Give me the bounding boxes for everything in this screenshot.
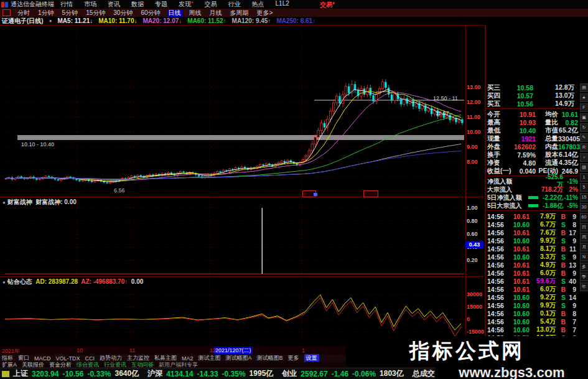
strip-period-多[interactable]: 多: [580, 263, 588, 271]
strip-period-N[interactable]: N: [580, 253, 588, 261]
refresh-icon[interactable]: ↻: [580, 123, 588, 132]
index-value: 2592.67: [301, 370, 327, 378]
collapse-dot-icon[interactable]: ●: [2, 200, 6, 205]
trade-link[interactable]: 交易*: [320, 1, 335, 9]
list-icon[interactable]: ▤: [580, 83, 588, 92]
tick-row: 14:5610.6159.6万S40: [487, 277, 579, 285]
quote-cell: 13.0万: [533, 91, 574, 100]
app-title: 通达信金融终端: [11, 0, 54, 9]
tick-row: 14:5610.605.4万B7: [487, 317, 579, 325]
quote-cell: 10.61: [507, 278, 530, 285]
strip-period-周[interactable]: 周: [580, 233, 588, 241]
menu-item-专题[interactable]: 专题: [155, 0, 167, 9]
quote-cell: 最高: [487, 118, 512, 127]
strip-period-1[interactable]: 1: [580, 173, 588, 182]
tick-row: 14:5610.616.0万B9: [487, 269, 579, 277]
menu-item-行业[interactable]: 行业: [228, 0, 241, 9]
timeframe-30分钟[interactable]: 30分钟: [112, 9, 134, 17]
plus-icon[interactable]: ＋: [580, 153, 588, 162]
rsi-icon[interactable]: R: [580, 143, 588, 152]
quote-cell: 4.80: [512, 159, 536, 167]
strip-period-年[interactable]: 年: [580, 283, 588, 291]
timeframe-更多>[interactable]: 更多>: [256, 9, 274, 17]
menu-item-L1L2[interactable]: L1L2: [276, 0, 289, 9]
quote-cell: 净流入额: [487, 177, 528, 186]
strip-period-60[interactable]: 60: [580, 213, 588, 222]
quote-cell: 59.6万: [530, 277, 556, 286]
strip-period-月[interactable]: 月: [580, 243, 588, 251]
timeframe-周线[interactable]: 周线: [188, 9, 203, 17]
collapse-dot-icon[interactable]: ●: [2, 279, 6, 285]
quote-cell: 买四: [487, 91, 507, 100]
quote-cell: 6.14亿: [558, 151, 578, 159]
flow-row: 5日净流入额-2.22亿-11%: [487, 194, 579, 202]
quote-cell: 14:56: [487, 237, 507, 245]
timeframe-60分钟[interactable]: 60分钟: [139, 9, 161, 17]
ma-label: MA250: 8.61↑: [276, 17, 315, 24]
quote-cell: 买三: [487, 83, 507, 92]
menu-item-行情[interactable]: 行情: [60, 0, 73, 9]
right-tool-strip: ▤★F▣↻✎R＋▨15153060日周月N多季年: [580, 83, 588, 332]
kline-style-icon[interactable]: [2, 9, 11, 16]
divider: [0, 197, 484, 197]
menu-item-市场[interactable]: 市场: [84, 0, 96, 9]
timeframe-月线[interactable]: 月线: [208, 9, 223, 17]
menu-item-交易[interactable]: 交易: [205, 0, 217, 9]
timeframe-分时[interactable]: 分时: [16, 9, 31, 17]
quote-cell: B: [556, 245, 566, 253]
pattern-icon[interactable]: ▨: [580, 163, 588, 172]
news-icon[interactable]: ▣: [580, 113, 588, 122]
ma-label: MA60: 11.52↑: [187, 17, 226, 24]
ma-label: MA120: 9.45↑: [232, 17, 271, 24]
menu-item-数据[interactable]: 数据: [131, 0, 144, 9]
timeframe-5分钟[interactable]: 5分钟: [61, 9, 80, 17]
timeframe-15分钟[interactable]: 15分钟: [85, 9, 106, 17]
f10-icon[interactable]: F: [580, 103, 588, 112]
menu-item-发现[interactable]: 发现*: [179, 0, 194, 9]
quote-cell: 0.040: [512, 167, 536, 175]
stat-row: 净资4.80流通4.35亿: [487, 159, 579, 167]
menu-item-热点[interactable]: 热点: [252, 0, 264, 9]
quote-cell: S: [556, 294, 566, 301]
quote-cell: 10.60: [507, 221, 530, 228]
quote-cell: 9.9万: [530, 236, 556, 245]
strip-period-15[interactable]: 15: [580, 193, 588, 202]
separator: [486, 175, 580, 176]
quote-cell: 718.2万: [539, 185, 563, 194]
watermark-url-box: www.zbgs3.com: [436, 366, 588, 379]
price-band-label: 10.10 - 10.40: [21, 141, 54, 147]
ind2-name[interactable]: 钻合心态: [7, 278, 32, 285]
quote-cell: 13.0万: [530, 325, 556, 334]
quote-cell: 10.61: [507, 269, 530, 277]
market-status-icon[interactable]: [2, 371, 9, 377]
strip-period-季[interactable]: 季: [580, 273, 588, 281]
star-icon[interactable]: ★: [580, 93, 588, 102]
strip-period-5[interactable]: 5: [580, 183, 588, 192]
timeframe-多周期[interactable]: 多周期: [229, 9, 250, 17]
index-label: 创业: [282, 368, 297, 379]
strip-period-30[interactable]: 30: [580, 203, 588, 212]
tick-row: 14:5610.618.1万B11: [487, 245, 579, 253]
menu-item-资讯[interactable]: 资讯: [108, 0, 120, 9]
link-dot-icon[interactable]: ●: [49, 18, 52, 24]
timeframe-1分钟[interactable]: 1分钟: [37, 9, 55, 17]
flow-row: 5日大宗流入-1.88亿-5%: [487, 202, 579, 210]
ind1-name[interactable]: 财富战神: [7, 199, 32, 205]
quote-cell: 外盘: [487, 143, 512, 151]
tick-row: 14:5610.617.6万B17: [487, 228, 579, 236]
quote-cell: 14:56: [487, 294, 507, 301]
quote-cell: 9: [566, 269, 576, 277]
timeframe-日线[interactable]: 日线: [167, 9, 182, 17]
stat-row: 收益(一)0.040PE(动)246.9: [487, 167, 579, 175]
strip-period-日[interactable]: 日: [580, 223, 588, 232]
divider: [465, 25, 466, 355]
quote-cell: S: [556, 278, 566, 285]
quote-cell: 10.60: [507, 302, 530, 309]
quote-cell: 40: [566, 278, 576, 285]
quote-cell: 大宗流入: [487, 185, 528, 194]
quote-cell: B: [556, 286, 566, 293]
quote-cell: S: [556, 237, 566, 245]
draw-icon[interactable]: ✎: [580, 133, 588, 142]
quote-cell: 流通: [536, 159, 558, 167]
tick-row: 14:5610.6013.0万B7: [487, 325, 579, 334]
